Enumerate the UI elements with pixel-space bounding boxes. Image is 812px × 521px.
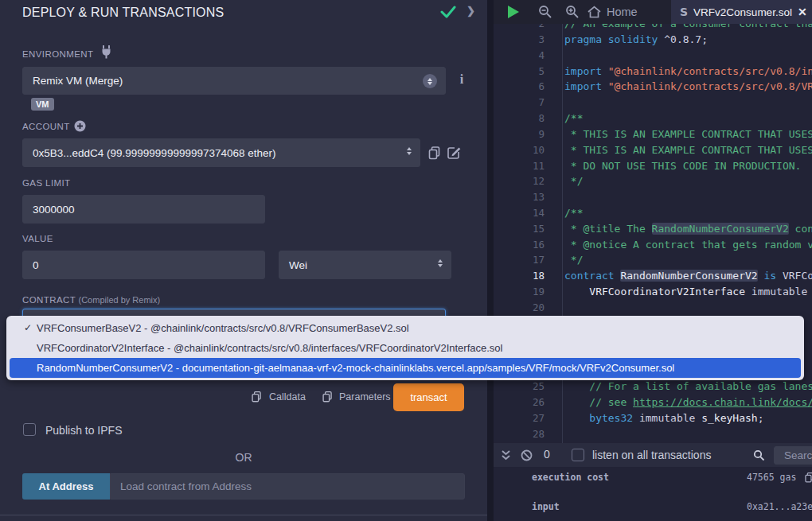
add-account-icon[interactable] <box>74 120 86 132</box>
select-spinner-icon[interactable] <box>423 74 437 88</box>
line-number: 8 <box>494 111 545 126</box>
code-line[interactable]: 15 * @title The RandomNumberConsumerV2 c… <box>494 221 812 237</box>
line-number: 5 <box>494 64 545 80</box>
vm-badge: VM <box>31 98 54 111</box>
code-line[interactable]: 2// An example of a consumer contract th… <box>494 24 812 32</box>
at-address-button[interactable]: At Address <box>22 473 110 500</box>
active-tab-label: VRFv2Consumer.sol <box>693 6 792 18</box>
code-text: * THIS IS AN EXAMPLE CONTRACT THAT USES <box>564 142 812 158</box>
code-line[interactable]: 18contract RandomNumberConsumerV2 is VRF… <box>494 268 812 284</box>
code-line[interactable]: 10 * THIS IS AN EXAMPLE CONTRACT THAT US… <box>494 142 812 158</box>
copy-calldata-icon[interactable] <box>251 391 263 402</box>
contract-option[interactable]: ✓VRFConsumerBaseV2 - @chainlink/contract… <box>10 318 801 338</box>
copy-parameters-icon[interactable] <box>322 391 334 402</box>
line-number: 18 <box>494 268 545 284</box>
clear-console-icon[interactable] <box>521 449 533 461</box>
parameters-label[interactable]: Parameters <box>339 391 391 402</box>
terminal-output[interactable]: execution cost47565 gasinput0xa21...a23e… <box>494 467 812 521</box>
option-label: VRFCoordinatorV2Interface - @chainlink/c… <box>37 338 502 358</box>
environment-value: Remix VM (Merge) <box>33 75 123 87</box>
contract-option[interactable]: VRFCoordinatorV2Interface - @chainlink/c… <box>10 338 801 358</box>
terminal-collapse-icon[interactable] <box>500 449 512 461</box>
code-text: import "@chainlink/contracts/src/v0.8/in <box>564 64 812 80</box>
contract-dropdown: ✓VRFConsumerBaseV2 - @chainlink/contract… <box>6 316 804 380</box>
code-line[interactable]: 13 <box>494 189 812 205</box>
panel-collapse-chevron-icon[interactable]: ❯ <box>467 5 475 17</box>
at-address-input[interactable] <box>110 473 465 500</box>
line-number: 13 <box>494 189 545 205</box>
line-number: 15 <box>494 221 545 237</box>
terminal-row: execution cost47565 gas <box>494 472 812 484</box>
gas-limit-input[interactable] <box>22 195 265 224</box>
sign-message-icon[interactable] <box>447 146 461 160</box>
line-number: 25 <box>494 379 545 395</box>
remix-ide: DEPLOY & RUN TRANSACTIONS ❯ ENVIRONMENT … <box>0 0 812 521</box>
value-input[interactable] <box>22 251 265 279</box>
line-number: 9 <box>494 126 545 142</box>
zoom-in-icon[interactable] <box>565 5 580 19</box>
home-icon <box>588 6 601 18</box>
line-number: 17 <box>494 252 545 268</box>
code-line[interactable]: 28 <box>494 426 812 442</box>
panel-title: DEPLOY & RUN TRANSACTIONS <box>22 6 224 20</box>
solidity-file-icon: S <box>680 6 688 18</box>
contract-option[interactable]: RandomNumberConsumerV2 - documentation-g… <box>10 358 801 378</box>
plug-icon[interactable] <box>100 45 112 59</box>
zoom-out-icon[interactable] <box>538 5 552 19</box>
terminal-row-value: 47565 gas <box>747 472 796 483</box>
line-number: 28 <box>494 426 545 442</box>
code-line[interactable]: 17 */ <box>494 252 812 268</box>
code-line[interactable]: 19 VRFCoordinatorV2Interface immutable <box>494 284 812 300</box>
code-line[interactable]: 12 */ <box>494 173 812 189</box>
environment-select[interactable]: Remix VM (Merge) <box>22 67 446 95</box>
tab-active-file[interactable]: S VRFv2Consumer.sol ✕ <box>671 0 812 24</box>
code-text: /** <box>564 111 583 126</box>
code-line[interactable]: 5import "@chainlink/contracts/src/v0.8/i… <box>494 64 812 80</box>
listen-transactions-checkbox[interactable] <box>572 449 584 461</box>
contract-label: CONTRACT (Compiled by Remix) <box>22 295 160 305</box>
code-line[interactable]: 26 // see https://docs.chain.link/docs/ <box>494 395 812 410</box>
select-arrows-icon[interactable] <box>407 147 412 155</box>
run-script-play-icon[interactable] <box>508 6 519 18</box>
account-select[interactable]: 0x5B3...eddC4 (99.99999999999997374068 e… <box>22 138 420 167</box>
line-number: 16 <box>494 237 545 253</box>
terminal-row-key: execution cost <box>532 472 609 483</box>
environment-info-icon[interactable]: i <box>456 72 467 88</box>
code-line[interactable]: 9 * THIS IS AN EXAMPLE CONTRACT THAT USE… <box>494 126 812 142</box>
code-text: // For a list of available gas lanes <box>564 379 812 395</box>
transact-button[interactable]: transact <box>393 383 464 411</box>
code-line[interactable]: 3pragma solidity ^0.8.7; <box>494 32 812 48</box>
environment-label: ENVIRONMENT <box>22 49 93 59</box>
terminal-row-key: input <box>532 501 560 512</box>
code-line[interactable]: 14/** <box>494 205 812 221</box>
terminal-row: input0xa21...a23e4 <box>494 501 812 514</box>
copy-value-icon[interactable] <box>804 472 812 483</box>
tab-home[interactable]: Home <box>588 0 638 24</box>
option-check-icon <box>24 338 37 358</box>
code-line[interactable]: 7 <box>494 95 812 111</box>
code-line[interactable]: 27 bytes32 immutable s_keyHash; <box>494 410 812 426</box>
calldata-label[interactable]: Calldata <box>269 391 306 402</box>
line-number: 11 <box>494 158 545 174</box>
code-text: contract RandomNumberConsumerV2 is VRFCo <box>564 268 812 284</box>
code-text: /** <box>564 205 583 221</box>
copy-account-icon[interactable] <box>427 146 442 160</box>
code-line[interactable]: 25 // For a list of available gas lanes <box>494 379 812 395</box>
terminal-search-input[interactable] <box>774 446 812 465</box>
value-unit-select[interactable]: Wei <box>279 251 451 279</box>
option-label: VRFConsumerBaseV2 - @chainlink/contracts… <box>37 318 409 338</box>
account-value: 0x5B3...eddC4 (99.99999999999997374068 e… <box>33 147 276 159</box>
code-line[interactable]: 6import "@chainlink/contracts/src/v0.8/V… <box>494 79 812 95</box>
code-line[interactable]: 11 * DO NOT USE THIS CODE IN PRODUCTION. <box>494 158 812 174</box>
code-line[interactable]: 20 <box>494 300 812 316</box>
close-tab-icon[interactable]: ✕ <box>798 6 807 18</box>
code-line[interactable]: 16 * @notice A contract that gets random… <box>494 237 812 253</box>
code-line[interactable]: 4 <box>494 48 812 64</box>
line-number: 14 <box>494 205 545 221</box>
code-line[interactable]: 8/** <box>494 111 812 126</box>
terminal-row-value: 0xa21...a23e4 <box>747 501 812 512</box>
contract-note: (Compiled by Remix) <box>79 295 161 305</box>
publish-ipfs-checkbox[interactable] <box>23 423 36 436</box>
editor-tabbar: Home S VRFv2Consumer.sol ✕ <box>494 0 812 24</box>
select-arrows-icon[interactable] <box>438 259 443 267</box>
